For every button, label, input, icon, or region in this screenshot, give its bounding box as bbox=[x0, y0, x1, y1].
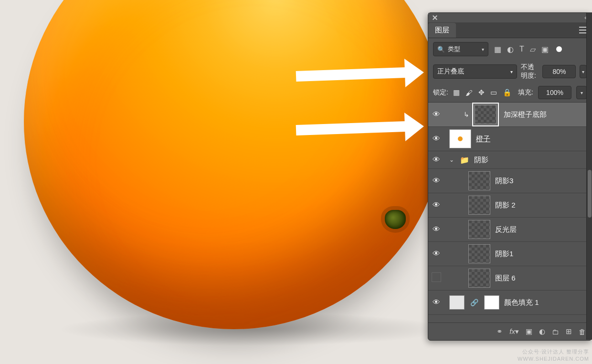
layer-row[interactable]: 图层 6 bbox=[428, 266, 592, 291]
filter-type-select[interactable]: 🔍 类型 ▾ bbox=[433, 42, 488, 56]
filter-shape-icon[interactable]: ▱ bbox=[530, 45, 536, 54]
clip-icon: ↳ bbox=[464, 111, 469, 118]
blend-mode-value: 正片叠底 bbox=[437, 67, 464, 76]
filter-adjust-icon[interactable]: ◐ bbox=[507, 45, 514, 54]
lock-transparency-icon[interactable]: ▦ bbox=[453, 88, 460, 97]
filter-type-icons: ▦ ◐ T ▱ ▣ bbox=[494, 45, 562, 54]
layer-thumbnail[interactable] bbox=[449, 129, 471, 148]
layer-row[interactable]: 👁 橙子 bbox=[428, 127, 592, 151]
filter-pixel-icon[interactable]: ▦ bbox=[494, 45, 501, 54]
close-icon[interactable] bbox=[432, 15, 438, 21]
opacity-input[interactable]: 80% bbox=[542, 65, 576, 78]
watermark: 公众号·设计达人 整理分享 WWW.SHEJIDAREN.COM bbox=[518, 348, 589, 362]
watermark-line2: WWW.SHEJIDAREN.COM bbox=[518, 355, 589, 362]
layer-row[interactable]: 👁 阴影3 bbox=[428, 169, 592, 193]
fill-label: 填充: bbox=[518, 88, 533, 97]
watermark-line1: 公众号·设计达人 整理分享 bbox=[518, 348, 589, 355]
layer-name[interactable]: 阴影 2 bbox=[495, 201, 516, 210]
layer-name[interactable]: 图层 6 bbox=[495, 274, 516, 283]
visibility-toggle[interactable]: 👁 bbox=[428, 225, 444, 234]
visibility-toggle[interactable]: 👁 bbox=[428, 298, 444, 307]
blend-row: 正片叠底 ▾ 不透明度: 80% ▾ bbox=[428, 60, 592, 83]
new-group-icon[interactable]: 🗀 bbox=[552, 328, 559, 336]
layer-row[interactable]: 👁 ↳ 加深橙子底部 bbox=[428, 103, 592, 127]
visibility-toggle[interactable]: 👁 bbox=[428, 135, 444, 143]
search-icon: 🔍 bbox=[437, 46, 445, 53]
layer-thumbnail[interactable] bbox=[468, 196, 490, 215]
lock-row: 锁定: ▦ 🖌 ✥ ▭ 🔒 填充: 100% ▾ bbox=[428, 83, 592, 102]
scrollbar[interactable] bbox=[586, 12, 592, 340]
chevron-down-icon: ▾ bbox=[510, 69, 513, 74]
link-icon: 🔗 bbox=[470, 299, 478, 306]
lock-paint-icon[interactable]: 🖌 bbox=[465, 89, 473, 97]
lock-artboard-icon[interactable]: ▭ bbox=[490, 88, 497, 97]
chevron-down-icon[interactable]: ⌄ bbox=[449, 156, 454, 163]
layer-row[interactable]: 👁 阴影 2 bbox=[428, 193, 592, 218]
opacity-label: 不透明度: bbox=[521, 63, 539, 80]
lock-all-icon[interactable]: 🔒 bbox=[503, 88, 512, 97]
layer-name[interactable]: 橙子 bbox=[476, 135, 490, 144]
layers-panel: « 图层 🔍 类型 ▾ ▦ ◐ T ▱ ▣ 正片叠底 ▾ 不透明度: 80% ▾ bbox=[428, 12, 592, 341]
layer-thumbnail[interactable] bbox=[468, 220, 490, 239]
layer-name[interactable]: 阴影1 bbox=[495, 250, 513, 259]
link-layers-icon[interactable]: ⚭ bbox=[497, 327, 503, 336]
layer-name[interactable]: 反光层 bbox=[495, 225, 517, 234]
visibility-toggle[interactable]: 👁 bbox=[428, 177, 444, 185]
lock-icons: ▦ 🖌 ✥ ▭ 🔒 bbox=[453, 88, 512, 97]
visibility-toggle[interactable]: 👁 bbox=[428, 201, 444, 209]
add-mask-icon[interactable]: ▣ bbox=[526, 327, 532, 336]
layer-thumbnail[interactable] bbox=[468, 171, 490, 190]
filter-smart-icon[interactable]: ▣ bbox=[541, 45, 549, 54]
layer-name[interactable]: 颜色填充 1 bbox=[504, 298, 539, 307]
filter-row: 🔍 类型 ▾ ▦ ◐ T ▱ ▣ bbox=[428, 38, 592, 60]
layer-thumbnail[interactable] bbox=[468, 244, 490, 263]
layer-list: 👁 ↳ 加深橙子底部 👁 橙子 👁 ⌄ 📁 阴影 👁 阴影3 👁 bbox=[428, 102, 592, 322]
filter-label: 类型 bbox=[448, 45, 460, 53]
lock-position-icon[interactable]: ✥ bbox=[478, 88, 485, 97]
layer-thumbnail[interactable] bbox=[468, 269, 490, 288]
visibility-toggle[interactable]: 👁 bbox=[428, 156, 444, 164]
layer-name[interactable]: 阴影3 bbox=[495, 177, 513, 186]
new-layer-icon[interactable]: ⊞ bbox=[566, 327, 572, 336]
filter-text-icon[interactable]: T bbox=[519, 45, 524, 53]
panel-bottom-toolbar: ⚭ fx▾ ▣ ◐ 🗀 ⊞ 🗑 bbox=[428, 322, 592, 340]
folder-icon: 📁 bbox=[460, 156, 469, 165]
layer-row[interactable]: 👁 阴影1 bbox=[428, 242, 592, 266]
layer-row[interactable]: 👁 🔗 颜色填充 1 bbox=[428, 291, 592, 315]
panel-titlebar: « bbox=[428, 13, 592, 22]
fill-stepper[interactable]: ▾ bbox=[576, 86, 587, 99]
tab-layers[interactable]: 图层 bbox=[428, 23, 456, 38]
layer-thumbnail bbox=[475, 105, 497, 124]
delete-layer-icon[interactable]: 🗑 bbox=[579, 328, 586, 336]
layer-thumbnail-selected[interactable] bbox=[472, 103, 499, 126]
visibility-toggle[interactable]: 👁 bbox=[428, 110, 444, 119]
chevron-down-icon: ▾ bbox=[482, 47, 484, 52]
adjustment-layer-icon[interactable]: ◐ bbox=[539, 327, 545, 336]
blend-mode-select[interactable]: 正片叠底 ▾ bbox=[433, 64, 517, 79]
layer-fx-icon[interactable]: fx▾ bbox=[509, 327, 519, 336]
lock-label: 锁定: bbox=[433, 88, 448, 97]
visibility-toggle[interactable]: 👁 bbox=[428, 250, 444, 258]
layer-name[interactable]: 加深橙子底部 bbox=[504, 110, 547, 119]
orange-image bbox=[24, 0, 444, 329]
scrollbar-thumb[interactable] bbox=[588, 170, 592, 218]
opacity-stepper[interactable]: ▾ bbox=[580, 65, 587, 78]
visibility-toggle[interactable] bbox=[428, 272, 444, 284]
mask-thumbnail[interactable] bbox=[484, 295, 499, 310]
layer-name[interactable]: 阴影 bbox=[474, 156, 488, 165]
layer-row[interactable]: 👁 反光层 bbox=[428, 218, 592, 242]
fill-input[interactable]: 100% bbox=[538, 86, 571, 99]
fill-thumbnail[interactable] bbox=[449, 295, 465, 310]
panel-tabs: 图层 bbox=[428, 22, 592, 38]
filter-toggle-icon[interactable] bbox=[556, 46, 562, 52]
layer-group-row[interactable]: 👁 ⌄ 📁 阴影 bbox=[428, 151, 592, 169]
